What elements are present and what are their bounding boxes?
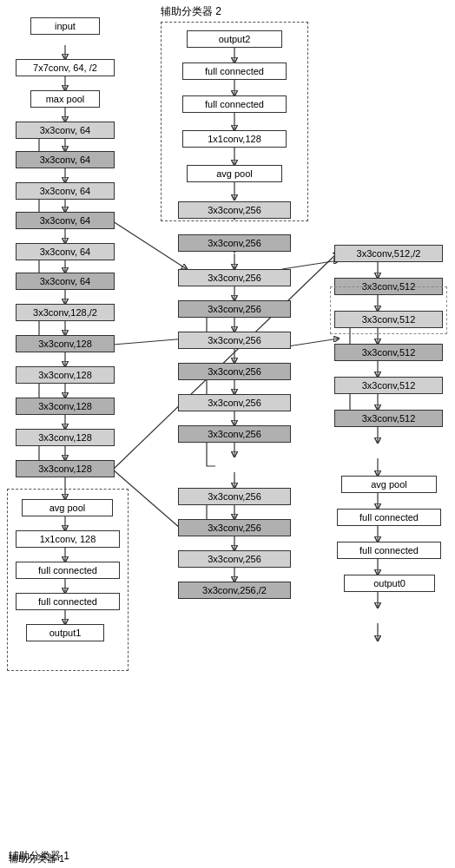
conv2-2-node: 3x3conv, 64 (16, 151, 115, 168)
svg-line-52 (282, 260, 339, 269)
mid256-5-node: 3x3conv,256 (178, 332, 291, 349)
mid256-2-node: 3x3conv,256 (178, 234, 291, 252)
mid256-11-node: 3x3conv,256 (178, 550, 291, 568)
right512-4-node: 3x3conv,512 (334, 344, 443, 361)
conv6-2-node: 3x3conv,128 (16, 398, 115, 415)
fc1-2-node: full connected (182, 95, 287, 113)
conv7-1-node: 3x3conv,128 (16, 429, 115, 446)
fc2-2-node: full connected (182, 62, 287, 80)
conv7-2-node: 3x3conv,128 (16, 460, 115, 477)
conv3-2-node: 3x3conv, 64 (16, 212, 115, 229)
mid256-9-node: 3x3conv,256 (178, 488, 291, 505)
conv4-2-node: 3x3conv, 64 (16, 273, 115, 290)
svg-line-50 (113, 339, 187, 345)
conv5-1-node: 3x3conv,128,/2 (16, 304, 115, 321)
right512-5-node: 3x3conv,512 (334, 377, 443, 394)
mid256-6-node: 3x3conv,256 (178, 363, 291, 380)
mid256-8-node: 3x3conv,256 (178, 425, 291, 443)
mid256-12-node: 3x3conv,256,/2 (178, 582, 291, 599)
svg-line-49 (113, 221, 187, 269)
mid256-1-node: 3x3conv,256 (178, 201, 291, 219)
conv6-1-node: 3x3conv,128 (16, 366, 115, 384)
mid256-10-node: 3x3conv,256 (178, 519, 291, 536)
maxpool-node: max pool (30, 90, 100, 108)
mid256-4-node: 3x3conv,256 (178, 300, 291, 318)
input-node: input (30, 17, 100, 35)
conv5-2-node: 3x3conv,128 (16, 335, 115, 352)
avgpool1-node: avg pool (22, 499, 113, 516)
classifier2-label: 辅助分类器 2 (161, 4, 221, 19)
conv3-1-node: 3x3conv, 64 (16, 182, 115, 200)
fc1-3-node: full connected (337, 509, 441, 526)
conv4-1-node: 3x3conv, 64 (16, 243, 115, 260)
fc2-3-node: full connected (337, 542, 441, 559)
avgpool3-node: avg pool (341, 476, 437, 493)
right512-6-node: 3x3conv,512 (334, 410, 443, 427)
output1-node: output1 (26, 624, 104, 641)
mid256-7-node: 3x3conv,256 (178, 394, 291, 411)
conv1x1-128-1-node: 1x1conv, 128 (16, 530, 120, 548)
conv1x1-128-2-node: 1x1conv,128 (182, 130, 287, 148)
fc2-1-node: full connected (16, 593, 120, 610)
avgpool2-node: avg pool (187, 165, 282, 182)
mid256-3-node: 3x3conv,256 (178, 269, 291, 286)
conv2-1-node: 3x3conv, 64 (16, 122, 115, 139)
fc1-1-node: full connected (16, 562, 120, 579)
right512-1-node: 3x3conv,512,/2 (334, 245, 443, 262)
output2-node: output2 (187, 30, 282, 48)
classifier1-bottom-label: 辅助分类器 1 (9, 852, 64, 865)
conv1-node: 7x7conv, 64, /2 (16, 59, 115, 76)
output0-node: output0 (344, 575, 435, 592)
